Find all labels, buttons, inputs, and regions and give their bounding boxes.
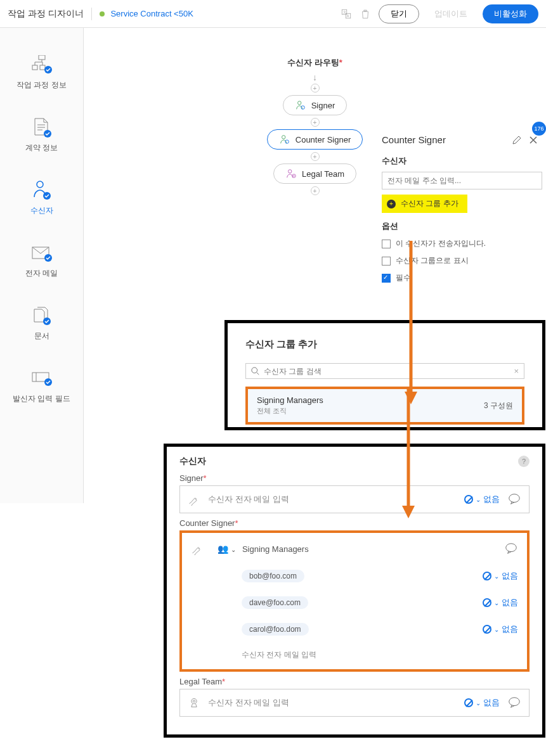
chevron-down-icon: ⌄ [494,626,499,633]
chevron-down-icon: ⌄ [476,700,481,707]
svg-point-33 [509,698,520,706]
email-input[interactable] [382,172,542,189]
member-email[interactable]: bob@foo.com [242,570,304,582]
search-result-row[interactable]: Signing Managers 전체 조직 3 구성원 [245,387,524,425]
no-auth-icon [464,495,473,504]
clear-icon[interactable]: × [514,366,519,376]
auth-dropdown[interactable]: ⌄ 없음 [464,697,500,708]
search-input[interactable] [264,367,510,376]
add-node-button[interactable]: + [311,118,320,127]
localize-icon[interactable]: 文A [341,8,352,20]
svg-rect-4 [39,55,45,60]
node-label: Signer [311,101,335,110]
recipients-title: 수신자 [179,456,206,467]
service-name: Service Contract <50K [110,9,193,18]
svg-rect-6 [40,65,45,70]
member-email[interactable]: carol@foo.dom [242,623,309,636]
svg-point-12 [37,181,43,188]
sidebar-label: 전자 메일 [25,268,58,279]
auth-dropdown[interactable]: ⌄ 없음 [483,597,518,608]
recipient-section-label: 수신자 [382,155,542,167]
add-recipient-group-button[interactable]: + 수신자 그룹 추가 [382,195,467,213]
pen-icon[interactable] [191,542,204,555]
close-button[interactable]: 닫기 [379,4,419,23]
search-box[interactable]: × [245,363,524,379]
chevron-down-icon: ⌄ [494,599,499,606]
recipient-row-legal-team[interactable]: 수신자 전자 메일 입력 ⌄ 없음 [179,689,530,717]
auth-label: 없음 [502,624,518,635]
svg-text:A: A [347,14,349,18]
checkbox-icon [382,257,391,266]
checkbox-row-sender[interactable]: 이 수신자가 전송자입니다. [382,238,542,249]
checkbox-row-required[interactable]: 필수 [382,272,542,283]
svg-point-27 [252,367,257,373]
node-label: Counter Signer [296,135,351,144]
recipient-row-counter-signer: 👥 ⌄ Signing Managers bob@foo.com ⌄ 없음 da… [179,530,530,672]
chevron-down-icon: ⌄ [494,573,499,580]
recipient-placeholder: 수신자 전자 메일 입력 [208,494,457,505]
recipient-role-label: Signer* [179,473,530,483]
svg-text:文: 文 [343,10,346,14]
svg-line-28 [257,372,259,375]
recipient-edit-panel: 176 Counter Signer 수신자 + 수신자 그룹 추가 옵션 이 … [374,127,542,297]
plus-icon: + [387,200,396,208]
svg-rect-5 [32,65,37,70]
add-node-button[interactable]: + [311,84,320,93]
flow-node-signer[interactable]: Signer [283,95,348,115]
result-name: Signing Managers [257,395,323,405]
envelope-icon [30,241,53,264]
top-bar: 작업 과정 디자이너 Service Contract <50K 文A 닫기 업… [0,0,546,28]
sidebar-item-workflow-info[interactable]: 작업 과정 정보 [0,43,83,106]
document-icon [30,116,53,139]
legal-icon [285,168,297,179]
recipients-overlay: 수신자 ? Signer* 수신자 전자 메일 입력 ⌄ 없음 Counter … [164,444,545,738]
no-auth-icon [483,598,491,607]
flow-node-legal-team[interactable]: Legal Team [273,163,356,184]
close-icon[interactable] [528,135,538,145]
sidebar-label: 수신자 [30,205,53,216]
sidebar-label: 계약 정보 [25,143,58,153]
auth-label: 없음 [502,570,518,582]
checkbox-checked-icon [382,274,391,283]
disable-button[interactable]: 비활성화 [483,4,538,23]
recipient-row-signer[interactable]: 수신자 전자 메일 입력 ⌄ 없음 [179,485,530,513]
add-node-button[interactable]: + [311,186,320,195]
trash-icon[interactable] [360,8,371,20]
overlay-title: 수신자 그룹 추가 [245,338,524,350]
sidebar-label: 발신자 입력 필드 [13,394,70,404]
edit-pencil-icon[interactable] [512,135,522,145]
divider [91,8,92,20]
message-icon[interactable] [504,542,518,556]
status-dot-icon [100,11,105,16]
message-icon[interactable] [507,696,521,710]
add-node-button[interactable]: + [311,152,320,161]
sidebar-item-agreement-info[interactable]: 계약 정보 [0,106,83,169]
person-icon [30,179,53,202]
message-icon[interactable] [507,492,521,506]
sidebar-item-email[interactable]: 전자 메일 [0,231,83,294]
chevron-down-icon: ⌄ [476,496,481,503]
service-status[interactable]: Service Contract <50K [100,9,193,18]
group-member-row: bob@foo.com ⌄ 없음 [191,570,518,582]
add-member-input[interactable]: 수신자 전자 메일 입력 [191,650,518,660]
svg-point-29 [509,494,520,503]
sidebar-item-sender-fields[interactable]: 발신자 입력 필드 [0,357,83,420]
auth-dropdown[interactable]: ⌄ 없음 [464,494,500,505]
field-icon [30,367,53,390]
checkbox-icon [382,240,391,248]
group-name: Signing Managers [242,544,309,554]
group-icon[interactable]: 👥 ⌄ [218,544,236,554]
member-email[interactable]: dave@foo.com [242,596,308,609]
help-icon[interactable]: ? [518,456,530,467]
signer-icon [295,99,306,111]
auth-dropdown[interactable]: ⌄ 없음 [483,570,518,582]
sidebar-item-recipients[interactable]: 수신자 [0,169,83,231]
auth-dropdown[interactable]: ⌄ 없음 [483,624,518,635]
checkbox-label: 수신자 그룹으로 표시 [396,255,469,266]
flow-node-counter-signer[interactable]: Counter Signer [267,129,363,150]
svg-point-30 [506,544,517,552]
svg-point-22 [282,136,285,139]
sidebar-item-documents[interactable]: 문서 [0,294,83,357]
app-title: 작업 과정 디자이너 [8,8,84,20]
checkbox-row-group[interactable]: 수신자 그룹으로 표시 [382,255,542,266]
